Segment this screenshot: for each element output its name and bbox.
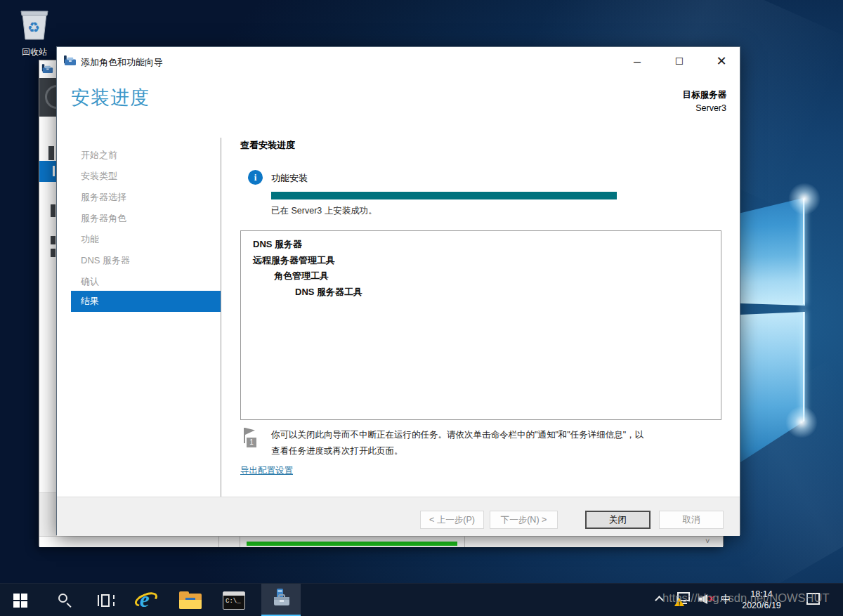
tray-expand-icon[interactable] (655, 596, 664, 605)
server-manager-nav-fragment (51, 204, 55, 217)
minimize-button[interactable]: – (623, 51, 651, 71)
install-progress-bar (271, 192, 617, 199)
step-results-selected[interactable]: 结果 (71, 291, 221, 312)
svg-text:♻: ♻ (27, 20, 40, 35)
desktop: ♻ 回收站 ˅ (0, 0, 843, 616)
step-dns-server[interactable]: DNS 服务器 (71, 250, 221, 271)
recycle-bin-icon: ♻ (18, 32, 51, 44)
step-server-selection[interactable]: 服务器选择 (71, 187, 221, 208)
dialog-titlebar[interactable]: 添加角色和功能向导 – ☐ ✕ (57, 47, 740, 78)
section-title: 查看安装进度 (240, 139, 295, 152)
action-center-icon[interactable] (806, 593, 820, 605)
target-server-label: 目标服务器 (683, 89, 727, 101)
target-server-block: 目标服务器 Server3 (683, 89, 727, 113)
command-prompt-button[interactable]: C:\_ (218, 584, 250, 616)
dialog-title: 添加角色和功能向导 (81, 56, 163, 69)
command-prompt-icon: C:\_ (223, 591, 245, 610)
clock-date: 2020/6/19 (735, 600, 788, 611)
file-explorer-button[interactable] (174, 584, 207, 616)
windows-logo-icon (13, 594, 27, 608)
start-button[interactable] (4, 584, 37, 616)
grid-divider (464, 536, 465, 547)
step-confirmation[interactable]: 确认 (71, 271, 221, 292)
folder-icon (179, 591, 202, 609)
server-manager-icon (41, 63, 53, 77)
windows-logo-edge (803, 312, 804, 421)
volume-muted-icon[interactable]: ✕ (698, 593, 718, 607)
search-button[interactable] (49, 584, 81, 616)
dialog-footer: < 上一步(P) 下一步(N) > 关闭 取消 (57, 497, 740, 536)
close-window-button[interactable]: ✕ (707, 51, 736, 71)
server-manager-nav-fragment (51, 249, 55, 257)
task-view-button[interactable] (90, 584, 122, 616)
taskbar-clock[interactable]: 18:14 2020/6/19 (735, 589, 788, 611)
add-roles-wizard-dialog: 添加角色和功能向导 – ☐ ✕ 安装进度 目标服务器 Server3 开始之前 … (56, 46, 740, 535)
installed-features-list[interactable]: DNS 服务器 远程服务器管理工具 角色管理工具 DNS 服务器工具 (240, 230, 721, 420)
mute-x-icon: ✕ (707, 594, 715, 604)
recycle-bin[interactable]: ♻ 回收站 (14, 6, 55, 58)
list-item: 角色管理工具 (253, 268, 721, 284)
list-item: 远程服务器管理工具 (253, 253, 721, 269)
wallpaper-glow (785, 406, 818, 438)
next-button[interactable]: 下一步(N) > (490, 511, 558, 529)
export-settings-link[interactable]: 导出配置设置 (240, 465, 293, 477)
task-view-icon (98, 594, 115, 607)
cancel-button[interactable]: 取消 (659, 511, 724, 529)
list-item: DNS 服务器 (253, 237, 721, 253)
ime-indicator[interactable]: 中 (721, 593, 731, 606)
step-features[interactable]: 功能 (71, 229, 221, 250)
clock-time: 18:14 (735, 589, 788, 600)
task-count-badge: 1 (247, 438, 256, 447)
info-icon: i (248, 170, 263, 185)
task-flag-icon: 1 (242, 428, 261, 449)
server-manager-nav-fragment (48, 146, 54, 160)
server-manager-nav-fragment (51, 236, 55, 244)
step-before-you-begin[interactable]: 开始之前 (71, 145, 221, 166)
network-status-icon[interactable]: ! (674, 592, 693, 608)
scroll-down-icon[interactable]: ˅ (705, 537, 710, 545)
taskbar: e C:\_ ! ✕ 中 (0, 583, 843, 616)
note-line-1: 你可以关闭此向导而不中断正在运行的任务。请依次单击命令栏中的"通知"和"任务详细… (271, 427, 722, 443)
feature-install-label: 功能安装 (271, 172, 308, 185)
internet-explorer-icon: e (135, 589, 159, 612)
wizard-toolbox-icon (63, 55, 77, 69)
background-progress-bar (247, 542, 457, 546)
back-button[interactable]: < 上一步(P) (420, 511, 484, 529)
recycle-bin-label: 回收站 (14, 46, 55, 58)
page-title: 安装进度 (71, 85, 150, 110)
install-status-text: 已在 Server3 上安装成功。 (271, 205, 377, 217)
note-line-2: 查看任务进度或再次打开此页面。 (271, 443, 722, 459)
server-manager-selected-nav (39, 161, 58, 182)
step-server-roles[interactable]: 服务器角色 (71, 208, 221, 229)
target-server-name: Server3 (683, 103, 727, 113)
list-item: DNS 服务器工具 (253, 284, 721, 301)
server-manager-taskbar-button[interactable] (261, 584, 301, 616)
close-button[interactable]: 关闭 (585, 511, 651, 529)
install-progress-fill (271, 192, 617, 199)
sidebar-divider (221, 138, 221, 497)
grid-divider (240, 536, 240, 547)
maximize-button[interactable]: ☐ (665, 51, 693, 71)
step-installation-type[interactable]: 安装类型 (71, 166, 221, 187)
grid-divider (218, 536, 219, 547)
search-icon (58, 593, 73, 608)
internet-explorer-button[interactable]: e (131, 584, 163, 616)
wallpaper-glow (788, 183, 821, 215)
server-manager-icon (270, 588, 292, 610)
wizard-note: 你可以关闭此向导而不中断正在运行的任务。请依次单击命令栏中的"通知"和"任务详细… (271, 427, 722, 459)
server-manager-dashboard-tile (39, 78, 58, 117)
